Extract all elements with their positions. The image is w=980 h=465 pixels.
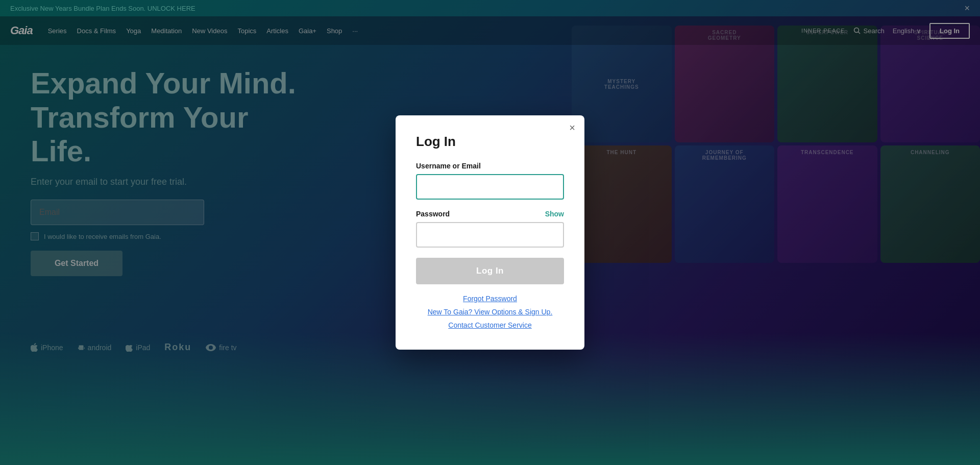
password-label: Password	[416, 210, 450, 218]
password-input[interactable]	[416, 222, 564, 248]
modal-links: Forgot Password New To Gaia? View Option…	[416, 295, 564, 329]
modal-close-button[interactable]: ×	[569, 123, 575, 133]
show-password-button[interactable]: Show	[545, 210, 564, 218]
login-submit-button[interactable]: Log In	[416, 258, 564, 284]
contact-customer-service-link[interactable]: Contact Customer Service	[448, 321, 531, 329]
login-modal: × Log In Username or Email Password Show…	[396, 115, 584, 350]
new-to-gaia-link[interactable]: New To Gaia? View Options & Sign Up.	[428, 308, 553, 316]
modal-title: Log In	[416, 134, 564, 150]
username-label: Username or Email	[416, 162, 564, 170]
password-label-row: Password Show	[416, 210, 564, 218]
forgot-password-link[interactable]: Forgot Password	[463, 295, 517, 303]
modal-overlay: × Log In Username or Email Password Show…	[0, 0, 980, 465]
username-input[interactable]	[416, 174, 564, 200]
